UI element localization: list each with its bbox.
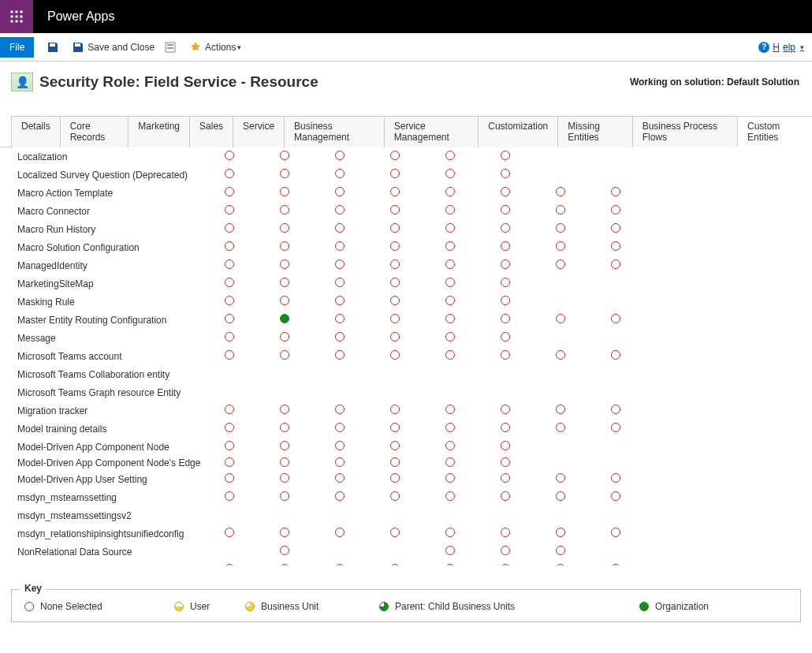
- privilege-none-icon[interactable]: [280, 169, 289, 178]
- privilege-none-icon[interactable]: [225, 223, 234, 233]
- privilege-none-icon[interactable]: [335, 259, 345, 269]
- privilege-none-icon[interactable]: [445, 241, 455, 251]
- privilege-none-icon[interactable]: [225, 205, 234, 215]
- privilege-none-icon[interactable]: [501, 350, 510, 360]
- privilege-cell[interactable]: [257, 223, 312, 235]
- privilege-none-icon[interactable]: [280, 441, 289, 450]
- privilege-none-icon[interactable]: [501, 491, 510, 501]
- privilege-cell[interactable]: [312, 169, 367, 181]
- privilege-none-icon[interactable]: [445, 332, 455, 341]
- privilege-cell[interactable]: [312, 296, 367, 308]
- privilege-none-icon[interactable]: [280, 332, 289, 341]
- privilege-cell[interactable]: [533, 546, 588, 558]
- privilege-none-icon[interactable]: [556, 546, 565, 555]
- privilege-none-icon[interactable]: [501, 405, 510, 414]
- file-menu-button[interactable]: File: [0, 37, 34, 58]
- save-button[interactable]: [47, 41, 62, 54]
- privilege-cell[interactable]: [312, 441, 367, 453]
- privilege-cell[interactable]: [533, 205, 588, 217]
- privilege-cell[interactable]: [312, 223, 367, 235]
- privilege-none-icon[interactable]: [501, 546, 510, 555]
- privilege-none-icon[interactable]: [335, 423, 345, 432]
- privilege-none-icon[interactable]: [225, 405, 234, 414]
- privilege-cell[interactable]: [478, 314, 533, 326]
- privilege-cell[interactable]: [588, 564, 643, 565]
- privilege-cell[interactable]: [533, 259, 588, 271]
- privilege-cell[interactable]: [202, 332, 257, 344]
- privilege-none-icon[interactable]: [501, 259, 510, 269]
- privilege-cell[interactable]: [312, 491, 367, 503]
- privilege-cell[interactable]: [367, 223, 423, 235]
- privilege-none-icon[interactable]: [280, 457, 289, 467]
- privilege-none-icon[interactable]: [611, 241, 620, 251]
- privilege-none-icon[interactable]: [501, 441, 510, 450]
- privilege-cell[interactable]: [312, 423, 367, 435]
- privilege-cell[interactable]: [478, 259, 533, 271]
- tab-details[interactable]: Details: [11, 116, 61, 147]
- privilege-cell[interactable]: [257, 405, 312, 416]
- privilege-cell[interactable]: [202, 473, 257, 485]
- privilege-cell[interactable]: [478, 564, 533, 565]
- privilege-none-icon[interactable]: [390, 223, 400, 233]
- privilege-cell[interactable]: [312, 314, 367, 326]
- privilege-none-icon[interactable]: [390, 441, 400, 450]
- tab-business-process-flows[interactable]: Business Process Flows: [632, 116, 738, 147]
- privilege-cell[interactable]: [588, 205, 643, 217]
- privilege-none-icon[interactable]: [335, 205, 345, 215]
- privilege-cell[interactable]: [312, 473, 367, 485]
- privilege-cell[interactable]: [533, 241, 588, 253]
- privilege-none-icon[interactable]: [335, 223, 345, 233]
- privilege-cell[interactable]: [423, 205, 478, 217]
- privilege-cell[interactable]: [478, 278, 533, 289]
- privilege-none-icon[interactable]: [225, 350, 234, 360]
- privilege-none-icon[interactable]: [335, 169, 345, 178]
- privilege-none-icon[interactable]: [501, 205, 510, 215]
- privilege-cell[interactable]: [533, 223, 588, 235]
- privilege-cell[interactable]: [478, 205, 533, 217]
- privilege-none-icon[interactable]: [556, 564, 565, 565]
- privilege-cell[interactable]: [588, 259, 643, 271]
- privilege-cell[interactable]: [367, 314, 423, 326]
- privilege-none-icon[interactable]: [445, 314, 455, 323]
- privilege-cell[interactable]: [312, 457, 367, 469]
- privilege-none-icon[interactable]: [611, 564, 620, 565]
- entity-grid-scroll[interactable]: LocalizationLocalized Survey Question (D…: [0, 147, 812, 565]
- tab-sales[interactable]: Sales: [189, 116, 233, 147]
- privilege-cell[interactable]: [257, 169, 312, 181]
- privilege-cell[interactable]: [588, 473, 643, 485]
- privilege-cell[interactable]: [202, 491, 257, 503]
- privilege-cell[interactable]: [478, 423, 533, 435]
- privilege-cell[interactable]: [423, 332, 478, 344]
- privilege-none-icon[interactable]: [335, 350, 345, 360]
- privilege-none-icon[interactable]: [225, 423, 234, 432]
- privilege-cell[interactable]: [257, 441, 312, 453]
- privilege-cell[interactable]: [478, 405, 533, 416]
- privilege-none-icon[interactable]: [390, 332, 400, 341]
- privilege-cell[interactable]: [588, 423, 643, 435]
- privilege-cell[interactable]: [312, 259, 367, 271]
- privilege-none-icon[interactable]: [501, 528, 510, 537]
- privilege-none-icon[interactable]: [335, 473, 345, 483]
- privilege-none-icon[interactable]: [445, 528, 455, 537]
- privilege-cell[interactable]: [367, 151, 423, 162]
- privilege-cell[interactable]: [367, 441, 423, 453]
- privilege-cell[interactable]: [478, 473, 533, 485]
- privilege-cell[interactable]: [257, 278, 312, 289]
- privilege-cell[interactable]: [423, 491, 478, 503]
- privilege-cell[interactable]: [478, 546, 533, 558]
- privilege-cell[interactable]: [423, 169, 478, 181]
- privilege-none-icon[interactable]: [390, 187, 400, 196]
- privilege-cell[interactable]: [478, 296, 533, 308]
- privilege-none-icon[interactable]: [335, 441, 345, 450]
- privilege-cell[interactable]: [202, 314, 257, 326]
- privilege-cell[interactable]: [367, 187, 423, 199]
- privilege-none-icon[interactable]: [280, 491, 289, 501]
- privilege-cell[interactable]: [367, 241, 423, 253]
- privilege-cell[interactable]: [588, 350, 643, 362]
- privilege-none-icon[interactable]: [335, 241, 345, 251]
- privilege-none-icon[interactable]: [225, 332, 234, 341]
- privilege-none-icon[interactable]: [390, 296, 400, 305]
- privilege-cell[interactable]: [533, 314, 588, 326]
- privilege-cell[interactable]: [478, 332, 533, 344]
- tab-customization[interactable]: Customization: [478, 116, 558, 147]
